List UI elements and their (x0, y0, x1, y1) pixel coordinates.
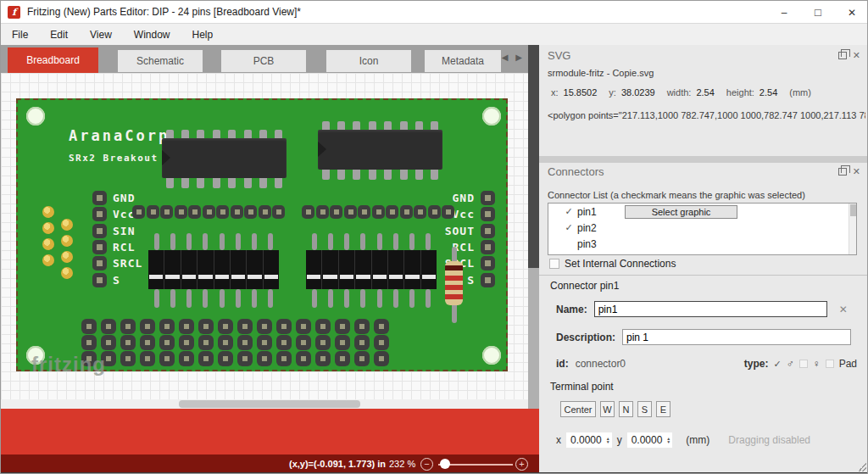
pin-label: SRCL (113, 257, 142, 270)
tab-pcb[interactable]: PCB (221, 50, 306, 72)
units-label: (mm) (686, 434, 709, 446)
male-icon[interactable]: ♂ (787, 358, 794, 370)
spinner-arrows-icon[interactable]: ▲▼ (666, 437, 670, 443)
anchor-south-button[interactable]: S (637, 401, 652, 417)
pcb-board-graphic[interactable]: AranaCorp SRx2 Breakout Board (16, 98, 508, 371)
width-value: 2.54 (696, 87, 714, 98)
menu-window[interactable]: Window (123, 29, 181, 41)
maximize-button[interactable]: □ (801, 1, 835, 24)
clear-name-icon[interactable]: ✕ (839, 304, 848, 315)
pin-label: Vcc (453, 208, 475, 220)
y-label: y: (609, 87, 616, 98)
dip-ic-graphic[interactable] (318, 121, 442, 180)
menu-view[interactable]: View (79, 29, 123, 41)
spinner-arrows-icon[interactable]: ▲▼ (606, 437, 610, 443)
mounting-hole (482, 346, 501, 365)
minimize-button[interactable]: – (767, 1, 801, 24)
tab-scroll-arrows-icon[interactable]: ◀ ▶ (502, 53, 525, 62)
svg-polygon-source: <polygon points="217.113,1000 782.747,10… (548, 110, 865, 120)
pad-checkbox[interactable] (826, 360, 834, 368)
app-window: f Fritzing (New) Parts Editor: DIP - 24 … (0, 0, 868, 474)
pin-label: SOUT (445, 225, 475, 237)
canvas-footer-strip (1, 409, 539, 454)
statusbar: (x,y)=(-0.091, 1.773) in 232 % − + (1, 454, 539, 474)
tab-breadboard[interactable]: Breadboard (8, 47, 98, 73)
dip-ic-graphic[interactable] (162, 121, 287, 188)
app-icon: f (8, 6, 20, 19)
width-label: width: (667, 87, 692, 98)
pin-header-graphic[interactable] (306, 233, 437, 308)
bottom-pad-grid[interactable] (81, 319, 389, 366)
view-tabbar: Breadboard Schematic PCB Icon Metadata ◀… (1, 45, 528, 73)
resistor-graphic[interactable] (445, 247, 464, 323)
dock-float-icon[interactable] (838, 52, 847, 59)
right-dock-panel: SVG ✕ srmodule-fritz - Copie.svg x: 15.8… (539, 45, 868, 474)
pin-label: GND (113, 192, 135, 204)
svg-coordinates-row: x: 15.8502 y: 38.0239 width: 2.54 height… (551, 87, 811, 98)
anchor-east-button[interactable]: E (656, 401, 670, 417)
tab-icon[interactable]: Icon (326, 50, 411, 72)
check-icon: ✓ (560, 222, 577, 233)
set-internal-label: Set Internal Connections (565, 258, 676, 270)
y-coordinate-spinner[interactable]: 0.0000 ▲▼ (627, 432, 673, 448)
zoom-out-icon[interactable]: − (420, 458, 433, 471)
zoom-in-icon[interactable]: + (515, 458, 528, 471)
pin-header-graphic[interactable] (148, 233, 279, 308)
pin-label: S (467, 274, 475, 287)
dock-float-icon[interactable] (838, 168, 847, 176)
y-value: 38.0239 (621, 87, 655, 98)
connectors-dock-title: Connectors (548, 165, 604, 178)
panel-divider[interactable] (528, 45, 539, 268)
anchor-north-button[interactable]: N (619, 401, 633, 417)
name-input[interactable] (594, 301, 827, 317)
mounting-hole (26, 107, 45, 125)
scrollbar-thumb[interactable] (850, 204, 856, 216)
connector-list[interactable]: ✓ pin1 Select graphic ✓ pin2 pin3 pin4 (548, 203, 857, 255)
pin-label: GND (453, 192, 475, 204)
zoom-slider-handle[interactable] (440, 459, 450, 469)
titlebar: f Fritzing (New) Parts Editor: DIP - 24 … (1, 1, 868, 24)
connector-row-pin1[interactable]: ✓ pin1 Select graphic (548, 204, 856, 220)
tab-metadata[interactable]: Metadata (425, 50, 501, 72)
canvas-horizontal-scrollbar[interactable] (1, 399, 528, 409)
top-pad-row[interactable] (302, 205, 454, 219)
window-resize-grip[interactable] (858, 463, 866, 471)
dock-close-icon[interactable]: ✕ (853, 167, 860, 176)
panel-divider[interactable] (528, 268, 539, 409)
breadboard-canvas[interactable]: AranaCorp SRx2 Breakout Board (1, 73, 528, 409)
menu-help[interactable]: Help (181, 29, 225, 41)
set-internal-checkbox[interactable] (549, 259, 559, 269)
section-divider (539, 275, 868, 276)
dragging-status: Dragging disabled (728, 434, 810, 446)
description-input[interactable] (622, 329, 851, 345)
select-graphic-button[interactable]: Select graphic (625, 205, 737, 219)
close-button[interactable]: ✕ (835, 1, 868, 24)
anchor-west-button[interactable]: W (600, 401, 615, 417)
female-icon[interactable]: ♀ (813, 358, 821, 370)
connector-row-pin4[interactable]: pin4 (548, 252, 856, 255)
menu-file[interactable]: File (1, 29, 39, 41)
female-checkbox[interactable] (799, 360, 808, 368)
scrollbar-thumb[interactable] (179, 400, 360, 408)
dock-separator[interactable] (539, 156, 868, 163)
male-checked-icon[interactable]: ✓ (773, 359, 781, 370)
dock-close-icon[interactable]: ✕ (853, 51, 860, 59)
connector-pin-header: Connector pin1 (550, 280, 619, 292)
tab-schematic[interactable]: Schematic (118, 50, 203, 72)
menu-edit[interactable]: Edit (39, 29, 79, 41)
list-scrollbar[interactable] (849, 204, 856, 254)
anchor-center-button[interactable]: Center (560, 401, 596, 417)
x-label: x: (551, 87, 559, 98)
cursor-coordinates: (x,y)=(-0.091, 1.773) in (289, 459, 386, 469)
x-coordinate-spinner[interactable]: 0.0000 ▲▼ (566, 432, 612, 448)
height-label: height: (726, 87, 754, 98)
board-brand-text: AranaCorp (69, 127, 170, 144)
pin-label: SIN (113, 225, 135, 237)
connector-row-pin2[interactable]: ✓ pin2 (548, 220, 856, 236)
fritzing-watermark: fritzing (31, 353, 106, 376)
menubar: File Edit View Window Help (1, 24, 868, 45)
top-pad-row[interactable] (132, 205, 285, 219)
x-value: 15.8502 (564, 87, 598, 98)
connector-row-pin3[interactable]: pin3 (548, 236, 856, 252)
x-coord-label: x (556, 434, 561, 446)
